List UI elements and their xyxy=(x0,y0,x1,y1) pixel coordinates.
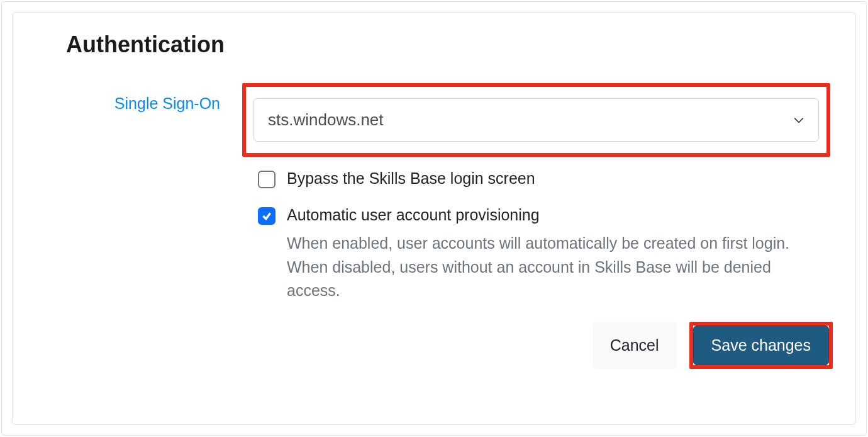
save-button[interactable]: Save changes xyxy=(693,326,829,365)
autoprov-checkbox[interactable] xyxy=(258,207,275,225)
autoprov-label-wrap: Automatic user account provisioning When… xyxy=(287,206,828,303)
check-icon xyxy=(261,210,272,222)
sso-select-highlight: sts.windows.net xyxy=(242,83,830,157)
sso-select[interactable]: sts.windows.net xyxy=(253,98,819,142)
section-title: Authentication xyxy=(66,31,837,58)
bypass-label-wrap: Bypass the Skills Base login screen xyxy=(287,169,535,188)
sso-label-col: Single Sign-On xyxy=(31,83,242,113)
autoprov-help: When enabled, user accounts will automat… xyxy=(287,232,828,303)
bypass-label: Bypass the Skills Base login screen xyxy=(287,169,535,188)
sso-selected-value: sts.windows.net xyxy=(268,110,384,130)
bypass-row: Bypass the Skills Base login screen xyxy=(258,169,837,188)
button-row: Cancel Save changes xyxy=(31,322,837,369)
autoprov-row: Automatic user account provisioning When… xyxy=(258,206,837,303)
cancel-button[interactable]: Cancel xyxy=(593,322,677,369)
sso-row: Single Sign-On sts.windows.net xyxy=(31,83,837,157)
autoprov-label: Automatic user account provisioning xyxy=(287,206,828,224)
save-button-highlight: Save changes xyxy=(689,322,833,369)
authentication-card: Authentication Single Sign-On sts.window… xyxy=(12,12,856,425)
outer-frame: Authentication Single Sign-On sts.window… xyxy=(1,1,867,436)
sso-field-col: sts.windows.net xyxy=(242,83,837,157)
sso-label-link[interactable]: Single Sign-On xyxy=(114,94,220,112)
bypass-checkbox[interactable] xyxy=(258,171,275,188)
chevron-down-icon xyxy=(793,115,804,126)
